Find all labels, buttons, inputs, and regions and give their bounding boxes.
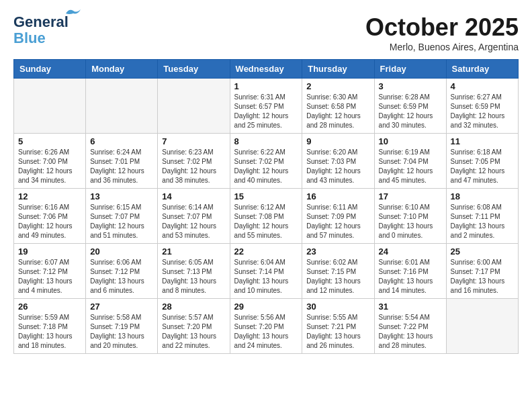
day-info: Sunrise: 6:08 AM Sunset: 7:11 PM Dayligh… (451, 203, 514, 240)
day-number: 9 (306, 136, 369, 146)
calendar-week-row: 12Sunrise: 6:16 AM Sunset: 7:06 PM Dayli… (14, 189, 519, 244)
table-row: 28Sunrise: 5:57 AM Sunset: 7:20 PM Dayli… (158, 299, 230, 354)
table-row: 13Sunrise: 6:15 AM Sunset: 7:07 PM Dayli… (86, 189, 158, 244)
day-number: 27 (90, 302, 153, 312)
day-info: Sunrise: 6:07 AM Sunset: 7:12 PM Dayligh… (18, 258, 81, 295)
location-subtitle: Merlo, Buenos Aires, Argentina (365, 42, 519, 52)
table-row: 29Sunrise: 5:56 AM Sunset: 7:20 PM Dayli… (230, 299, 302, 354)
day-number: 8 (234, 136, 298, 146)
day-info: Sunrise: 6:31 AM Sunset: 6:57 PM Dayligh… (234, 93, 298, 130)
day-number: 6 (90, 136, 153, 146)
day-number: 29 (234, 302, 298, 312)
table-row: 30Sunrise: 5:55 AM Sunset: 7:21 PM Dayli… (302, 299, 374, 354)
calendar: Sunday Monday Tuesday Wednesday Thursday… (13, 59, 519, 354)
table-row: 18Sunrise: 6:08 AM Sunset: 7:11 PM Dayli… (446, 189, 518, 244)
table-row: 12Sunrise: 6:16 AM Sunset: 7:06 PM Dayli… (14, 189, 86, 244)
day-number: 23 (306, 246, 369, 257)
day-info: Sunrise: 6:23 AM Sunset: 7:02 PM Dayligh… (162, 148, 225, 185)
table-row: 3Sunrise: 6:28 AM Sunset: 6:59 PM Daylig… (374, 79, 446, 134)
day-info: Sunrise: 5:58 AM Sunset: 7:19 PM Dayligh… (90, 313, 153, 351)
calendar-week-row: 1Sunrise: 6:31 AM Sunset: 6:57 PM Daylig… (14, 79, 519, 134)
day-info: Sunrise: 6:28 AM Sunset: 6:59 PM Dayligh… (379, 93, 442, 130)
table-row: 24Sunrise: 6:01 AM Sunset: 7:16 PM Dayli… (374, 244, 446, 299)
calendar-week-row: 26Sunrise: 5:59 AM Sunset: 7:18 PM Dayli… (14, 299, 519, 354)
table-row: 27Sunrise: 5:58 AM Sunset: 7:19 PM Dayli… (86, 299, 158, 354)
table-row: 14Sunrise: 6:14 AM Sunset: 7:07 PM Dayli… (158, 189, 230, 244)
weekday-header-row: Sunday Monday Tuesday Wednesday Thursday… (14, 60, 519, 79)
table-row: 22Sunrise: 6:04 AM Sunset: 7:14 PM Dayli… (230, 244, 302, 299)
day-info: Sunrise: 5:56 AM Sunset: 7:20 PM Dayligh… (234, 313, 298, 351)
day-number: 13 (90, 191, 153, 201)
day-info: Sunrise: 6:27 AM Sunset: 6:59 PM Dayligh… (451, 93, 514, 130)
table-row: 16Sunrise: 6:11 AM Sunset: 7:09 PM Dayli… (302, 189, 374, 244)
title-area: October 2025 Merlo, Buenos Aires, Argent… (365, 13, 519, 52)
logo-blue: Blue (13, 30, 46, 47)
day-info: Sunrise: 6:06 AM Sunset: 7:12 PM Dayligh… (90, 258, 153, 295)
logo: General Blue (13, 13, 69, 47)
day-info: Sunrise: 6:22 AM Sunset: 7:02 PM Dayligh… (234, 148, 298, 185)
table-row: 2Sunrise: 6:30 AM Sunset: 6:58 PM Daylig… (302, 79, 374, 134)
day-info: Sunrise: 5:54 AM Sunset: 7:22 PM Dayligh… (379, 313, 442, 351)
day-number: 22 (234, 246, 298, 257)
table-row: 20Sunrise: 6:06 AM Sunset: 7:12 PM Dayli… (86, 244, 158, 299)
day-info: Sunrise: 6:30 AM Sunset: 6:58 PM Dayligh… (306, 93, 369, 130)
table-row (446, 299, 518, 354)
header-monday: Monday (86, 60, 158, 79)
table-row: 21Sunrise: 6:05 AM Sunset: 7:13 PM Dayli… (158, 244, 230, 299)
day-number: 2 (306, 81, 369, 91)
day-number: 15 (234, 191, 298, 201)
day-info: Sunrise: 5:59 AM Sunset: 7:18 PM Dayligh… (18, 313, 81, 351)
day-info: Sunrise: 6:02 AM Sunset: 7:15 PM Dayligh… (306, 258, 369, 295)
table-row: 1Sunrise: 6:31 AM Sunset: 6:57 PM Daylig… (230, 79, 302, 134)
day-number: 10 (379, 136, 442, 146)
table-row: 6Sunrise: 6:24 AM Sunset: 7:01 PM Daylig… (86, 134, 158, 189)
table-row: 11Sunrise: 6:18 AM Sunset: 7:05 PM Dayli… (446, 134, 518, 189)
table-row: 8Sunrise: 6:22 AM Sunset: 7:02 PM Daylig… (230, 134, 302, 189)
logo-general: General (13, 13, 69, 30)
table-row: 25Sunrise: 6:00 AM Sunset: 7:17 PM Dayli… (446, 244, 518, 299)
day-number: 4 (451, 81, 514, 91)
day-number: 30 (306, 302, 369, 312)
day-info: Sunrise: 6:12 AM Sunset: 7:08 PM Dayligh… (234, 203, 298, 240)
header-tuesday: Tuesday (158, 60, 230, 79)
day-number: 11 (451, 136, 514, 146)
day-number: 1 (234, 81, 298, 91)
calendar-week-row: 5Sunrise: 6:26 AM Sunset: 7:00 PM Daylig… (14, 134, 519, 189)
table-row: 7Sunrise: 6:23 AM Sunset: 7:02 PM Daylig… (158, 134, 230, 189)
day-number: 17 (379, 191, 442, 201)
day-info: Sunrise: 6:26 AM Sunset: 7:00 PM Dayligh… (18, 148, 81, 185)
day-info: Sunrise: 6:14 AM Sunset: 7:07 PM Dayligh… (162, 203, 225, 240)
header-sunday: Sunday (14, 60, 86, 79)
table-row: 9Sunrise: 6:20 AM Sunset: 7:03 PM Daylig… (302, 134, 374, 189)
header-saturday: Saturday (446, 60, 518, 79)
day-number: 31 (379, 302, 442, 312)
table-row: 23Sunrise: 6:02 AM Sunset: 7:15 PM Dayli… (302, 244, 374, 299)
logo-bird-icon (66, 8, 81, 19)
day-info: Sunrise: 5:55 AM Sunset: 7:21 PM Dayligh… (306, 313, 369, 351)
day-info: Sunrise: 6:01 AM Sunset: 7:16 PM Dayligh… (379, 258, 442, 295)
day-info: Sunrise: 5:57 AM Sunset: 7:20 PM Dayligh… (162, 313, 225, 351)
day-info: Sunrise: 6:20 AM Sunset: 7:03 PM Dayligh… (306, 148, 369, 185)
day-number: 19 (18, 246, 81, 257)
day-info: Sunrise: 6:11 AM Sunset: 7:09 PM Dayligh… (306, 203, 369, 240)
day-number: 26 (18, 302, 81, 312)
table-row: 10Sunrise: 6:19 AM Sunset: 7:04 PM Dayli… (374, 134, 446, 189)
day-number: 20 (90, 246, 153, 257)
header-thursday: Thursday (302, 60, 374, 79)
header-friday: Friday (374, 60, 446, 79)
day-number: 14 (162, 191, 225, 201)
day-number: 25 (451, 246, 514, 257)
day-info: Sunrise: 6:16 AM Sunset: 7:06 PM Dayligh… (18, 203, 81, 240)
day-info: Sunrise: 6:10 AM Sunset: 7:10 PM Dayligh… (379, 203, 442, 240)
day-number: 16 (306, 191, 369, 201)
day-number: 12 (18, 191, 81, 201)
table-row (14, 79, 86, 134)
day-number: 7 (162, 136, 225, 146)
table-row: 5Sunrise: 6:26 AM Sunset: 7:00 PM Daylig… (14, 134, 86, 189)
day-info: Sunrise: 6:04 AM Sunset: 7:14 PM Dayligh… (234, 258, 298, 295)
table-row: 15Sunrise: 6:12 AM Sunset: 7:08 PM Dayli… (230, 189, 302, 244)
day-number: 21 (162, 246, 225, 257)
table-row: 19Sunrise: 6:07 AM Sunset: 7:12 PM Dayli… (14, 244, 86, 299)
day-info: Sunrise: 6:05 AM Sunset: 7:13 PM Dayligh… (162, 258, 225, 295)
table-row: 31Sunrise: 5:54 AM Sunset: 7:22 PM Dayli… (374, 299, 446, 354)
